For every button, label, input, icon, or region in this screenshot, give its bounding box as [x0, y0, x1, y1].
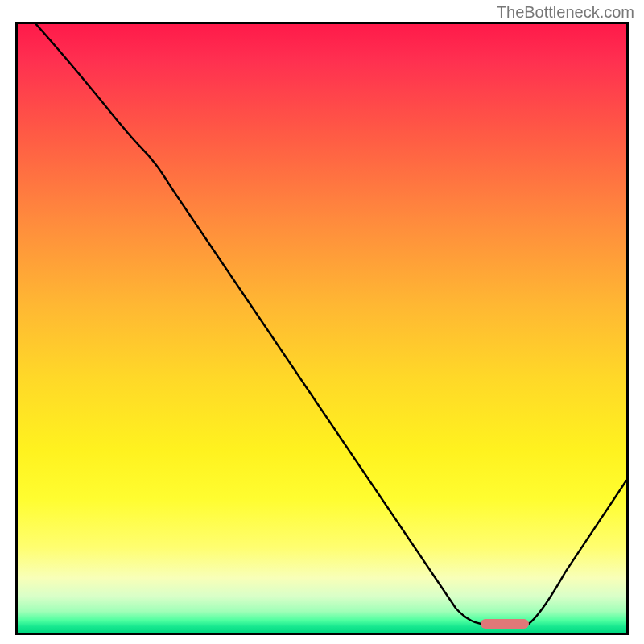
bottleneck-marker — [481, 619, 529, 629]
chart-area — [15, 22, 629, 635]
curve-path — [36, 24, 626, 624]
watermark-text: TheBottleneck.com — [497, 3, 634, 22]
curve-svg — [18, 24, 626, 633]
